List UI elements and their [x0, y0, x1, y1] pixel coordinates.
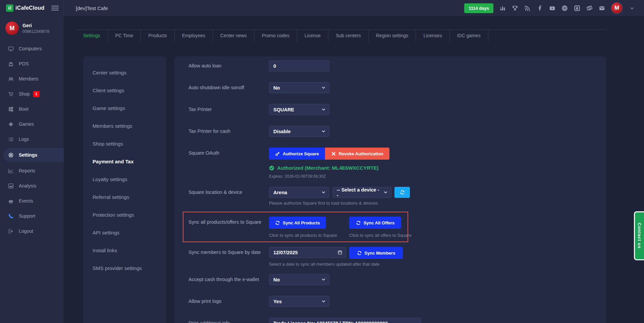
menu-item-shop-settings[interactable]: Shop settings — [83, 141, 166, 147]
tax-printer-select[interactable]: SQUARE — [269, 104, 329, 115]
sync-icon — [357, 251, 362, 256]
chevron-down-icon — [321, 277, 326, 282]
line-chart-icon — [8, 168, 14, 174]
tax-printer-cash-select[interactable]: Disable — [269, 126, 329, 137]
sidebar-item-members[interactable]: Members — [0, 72, 64, 85]
check-circle-icon — [269, 165, 274, 171]
sidebar-user-avatar: M — [5, 21, 19, 35]
sidebar-toggle-icon[interactable] — [51, 4, 59, 12]
menu-item-sms-provider-settings[interactable]: SMS provider settings — [83, 265, 166, 271]
sidebar: M Geri 008612345678 Computers POS Member… — [0, 16, 64, 323]
sync-members-button[interactable]: Sync Members — [349, 247, 403, 259]
x-icon — [331, 151, 336, 156]
brand-zone: i2 iCafeCloud — [0, 0, 64, 16]
logout-icon — [8, 228, 14, 234]
icafe-logo-icon[interactable] — [574, 5, 580, 11]
square-location-select[interactable]: Arena — [269, 187, 329, 198]
chevron-down-icon — [321, 190, 326, 195]
oauth-expires-text: Expires: 2026-02-06T09:06:30Z — [269, 174, 389, 179]
accept-cash-select[interactable]: No — [269, 274, 329, 285]
menu-item-client-settings[interactable]: Client settings — [83, 88, 166, 93]
sidebar-item-pos[interactable]: POS — [0, 57, 64, 70]
contact-us-button[interactable]: Contact us — [634, 211, 644, 260]
tab-promo-codes[interactable]: Promo codes — [254, 30, 297, 42]
reload-locations-button[interactable] — [394, 187, 410, 198]
tab-products[interactable]: Products — [141, 30, 174, 42]
menu-item-referral-settings[interactable]: Referral settings — [83, 194, 166, 200]
tab-idc-games[interactable]: IDC games — [450, 30, 488, 42]
trophy-icon[interactable] — [512, 5, 518, 11]
sidebar-item-analysis[interactable]: Analysis — [0, 179, 64, 192]
facebook-icon[interactable] — [536, 5, 543, 11]
sidebar-item-shop[interactable]: Shop 1 — [0, 88, 64, 100]
tab-employees[interactable]: Employees — [175, 30, 213, 42]
sidebar-item-logout[interactable]: Logout — [0, 225, 64, 237]
row-square-location-device: Square location & device Arena -- Select… — [189, 187, 596, 206]
sidebar-item-games[interactable]: Games — [0, 118, 64, 130]
sidebar-item-boot[interactable]: Boot — [0, 103, 64, 115]
print-logo-select[interactable]: Yes — [269, 296, 329, 307]
sidebar-item-events[interactable]: Events — [0, 195, 64, 207]
row-auto-shutdown: Auto shutdown idle sonoff No — [189, 82, 596, 93]
mail-icon[interactable] — [598, 5, 605, 11]
tab-center-news[interactable]: Center news — [213, 30, 255, 42]
auto-shutdown-select[interactable]: No — [269, 82, 329, 93]
sidebar-item-logs[interactable]: Logs — [0, 133, 64, 146]
menu-item-members-settings[interactable]: Members settings — [83, 123, 166, 129]
chevron-down-icon — [321, 86, 326, 90]
menu-item-game-settings[interactable]: Game settings — [83, 105, 166, 111]
days-remaining-badge[interactable]: 1114 days — [464, 3, 493, 13]
topbar-actions: 1114 days — [464, 2, 644, 14]
row-accept-cash: Accept cash through the e-wallet No — [189, 274, 596, 285]
tab-sub-centers[interactable]: Sub centers — [328, 30, 369, 42]
revoke-authorization-button[interactable]: Revoke Authorization — [325, 148, 389, 160]
sync-members-helper: Select a date to sync all members update… — [269, 262, 403, 267]
menu-item-api-settings[interactable]: API settings — [83, 230, 166, 235]
row-allow-print-logo: Allow print logo Yes — [189, 296, 596, 307]
sidebar-item-computers[interactable]: Computers — [0, 42, 64, 55]
rss-icon[interactable] — [524, 5, 531, 11]
payment-tax-form: Allow auto loan Auto shutdown idle sonof… — [174, 56, 606, 323]
tab-pc-time[interactable]: PC Time — [108, 30, 141, 42]
sidebar-item-reports[interactable]: Reports — [0, 164, 64, 177]
sync-members-date-input[interactable]: 12/07/2025 — [269, 247, 346, 258]
avatar-chevron-down-icon[interactable] — [629, 5, 635, 11]
authorized-status: Authorized (Merchant: ML4E6WXCCYRTE) — [269, 165, 389, 171]
row-allow-auto-loan: Allow auto loan — [189, 60, 596, 71]
calendar-icon — [337, 250, 342, 255]
page-title: [dev]Test Cafe — [76, 5, 108, 11]
tab-settings[interactable]: Settings — [76, 30, 108, 42]
row-print-additional-info: Print additional info — [189, 318, 596, 323]
ranking-icon[interactable] — [499, 5, 506, 11]
sidebar-item-support[interactable]: Support — [0, 210, 64, 222]
sidebar-user-block[interactable]: M Geri 008612345678 — [0, 16, 64, 40]
menu-item-protection-settings[interactable]: Protection settings — [83, 212, 166, 218]
tab-region-settings[interactable]: Region settings — [369, 30, 416, 42]
print-additional-info-input[interactable] — [269, 318, 421, 323]
cart-icon — [8, 91, 14, 97]
tab-license[interactable]: License — [297, 30, 328, 42]
allow-auto-loan-input[interactable] — [269, 60, 329, 71]
sync-all-offers-button[interactable]: Sync All Offers — [349, 217, 401, 229]
pos-icon — [8, 61, 14, 67]
topbar: i2 iCafeCloud [dev]Test Cafe 1114 days — [0, 0, 644, 16]
menu-item-payment-and-tax[interactable]: Payment and Tax — [83, 159, 166, 164]
layers-icon[interactable] — [586, 5, 593, 11]
tab-licenses[interactable]: Licenses — [416, 30, 449, 42]
chevron-down-icon — [383, 190, 388, 195]
key-icon — [275, 151, 280, 156]
phone-icon — [8, 213, 14, 219]
sync-all-products-button[interactable]: Sync All Products — [269, 217, 326, 229]
youtube-icon[interactable] — [549, 5, 555, 11]
sidebar-nav: Computers POS Members Shop 1 Boot Gam — [0, 42, 64, 237]
user-avatar[interactable]: M — [611, 2, 623, 14]
sync-products-group: Sync All Products Click to sync all prod… — [269, 217, 349, 238]
globe-icon[interactable] — [561, 5, 568, 11]
menu-item-loyalty-settings[interactable]: Loyalty settings — [83, 176, 166, 182]
menu-item-center-settings[interactable]: Center settings — [83, 70, 166, 75]
authorize-square-button[interactable]: Authorize Square — [269, 148, 325, 160]
square-device-select[interactable]: -- Select a device -- — [332, 187, 391, 198]
sidebar-item-settings[interactable]: Settings — [3, 148, 64, 162]
area-chart-icon — [8, 183, 14, 189]
menu-item-install-links[interactable]: Install links — [83, 248, 166, 253]
